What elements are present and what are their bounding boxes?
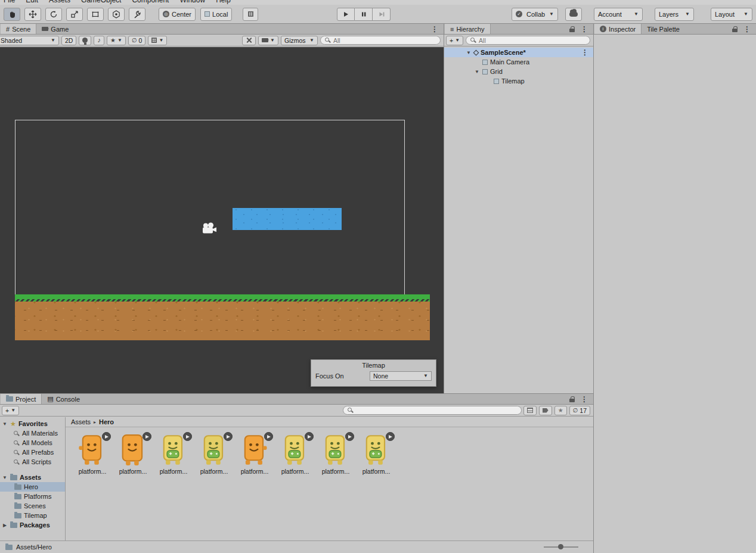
animation-play-badge[interactable] bbox=[102, 432, 111, 441]
expand-triangle-icon[interactable]: ▼ bbox=[2, 421, 8, 427]
animation-play-badge[interactable] bbox=[224, 432, 233, 441]
menu-file[interactable]: File bbox=[4, 0, 15, 4]
scene-search[interactable] bbox=[320, 36, 441, 45]
asset-item[interactable]: platform... bbox=[73, 434, 111, 475]
project-create-dropdown[interactable]: + ▼ bbox=[2, 406, 19, 415]
layout-dropdown[interactable]: Layout ▼ bbox=[711, 8, 752, 21]
scene-lighting-button[interactable] bbox=[79, 36, 91, 45]
custom-tool-button[interactable] bbox=[129, 8, 145, 21]
play-button[interactable] bbox=[337, 8, 355, 21]
hierarchy-item-samplescene[interactable]: ▼ SampleScene* ⋮ bbox=[444, 48, 593, 57]
scene-camera-dropdown[interactable]: ▼ bbox=[258, 36, 278, 45]
assets-root-folder[interactable]: ▼ Assets bbox=[0, 473, 65, 482]
asset-item[interactable]: platform... bbox=[276, 434, 314, 475]
favorite-all-scripts[interactable]: All Scripts bbox=[0, 457, 65, 467]
rect-tool-button[interactable] bbox=[87, 8, 104, 21]
tab-game[interactable]: Game bbox=[36, 24, 74, 34]
snap-toggle-button[interactable] bbox=[243, 8, 258, 21]
scale-tool-button[interactable] bbox=[66, 8, 83, 21]
tab-hierarchy[interactable]: ≡ Hierarchy bbox=[445, 24, 491, 34]
collab-dropdown[interactable]: ✓ Collab ▼ bbox=[512, 8, 558, 21]
hierarchy-search-input[interactable] bbox=[479, 37, 586, 44]
animation-play-badge[interactable] bbox=[183, 432, 192, 441]
asset-item[interactable]: platform... bbox=[317, 434, 355, 475]
tab-tile-palette[interactable]: Tile Palette bbox=[642, 24, 685, 34]
2d-toggle-button[interactable]: 2D bbox=[61, 36, 76, 45]
scene-panel-menu-icon[interactable]: ⋮ bbox=[429, 25, 441, 33]
gizmos-dropdown[interactable]: Gizmos ▼ bbox=[281, 36, 318, 45]
search-by-label-button[interactable] bbox=[539, 406, 552, 415]
hidden-packages-toggle[interactable]: ∅ 17 bbox=[569, 406, 590, 415]
tab-scene[interactable]: # Scene bbox=[1, 24, 36, 34]
scene-viewport[interactable]: Tilemap Focus On None ▼ bbox=[0, 47, 444, 393]
favorite-all-materials[interactable]: All Materials bbox=[0, 428, 65, 438]
cloud-button[interactable] bbox=[565, 8, 582, 21]
hierarchy-search[interactable] bbox=[466, 36, 590, 45]
save-search-button[interactable]: ★ bbox=[554, 406, 567, 415]
scene-search-input[interactable] bbox=[333, 37, 436, 44]
asset-item[interactable]: platform... bbox=[236, 434, 274, 475]
lock-icon[interactable] bbox=[732, 26, 738, 32]
hierarchy-item-tilemap[interactable]: Tilemap bbox=[444, 76, 593, 86]
favorites-root[interactable]: ▼ ★ Favorites bbox=[0, 419, 65, 428]
menu-gameobject[interactable]: GameObject bbox=[81, 0, 121, 4]
scene-effects-dropdown[interactable]: ★ ▼ bbox=[107, 36, 126, 45]
animation-play-badge[interactable] bbox=[305, 432, 314, 441]
account-dropdown[interactable]: Account ▼ bbox=[594, 8, 643, 21]
animation-play-badge[interactable] bbox=[386, 432, 395, 441]
tab-console[interactable]: ▤ Console bbox=[42, 394, 85, 404]
rotate-tool-button[interactable] bbox=[45, 8, 62, 21]
camera-gizmo-icon[interactable] bbox=[200, 222, 217, 235]
project-search[interactable] bbox=[343, 406, 522, 415]
space-toggle-button[interactable]: Local bbox=[200, 8, 232, 21]
blue-platform-sprite[interactable] bbox=[233, 208, 342, 230]
project-menu-icon[interactable]: ⋮ bbox=[578, 395, 590, 403]
transform-tool-button[interactable] bbox=[108, 8, 125, 21]
asset-item[interactable]: platform... bbox=[154, 434, 193, 475]
folder-tilemap[interactable]: Tilemap bbox=[0, 511, 65, 520]
menu-window[interactable]: Window bbox=[179, 0, 205, 4]
hierarchy-create-dropdown[interactable]: + ▼ bbox=[446, 36, 463, 45]
hierarchy-item-main-camera[interactable]: Main Camera bbox=[444, 57, 593, 67]
asset-item[interactable]: platform... bbox=[195, 434, 233, 475]
scene-audio-button[interactable]: ♪ bbox=[94, 36, 104, 45]
project-search-input[interactable] bbox=[356, 407, 518, 414]
pause-button[interactable] bbox=[355, 8, 373, 21]
move-tool-button[interactable] bbox=[24, 8, 41, 21]
folder-scenes[interactable]: Scenes bbox=[0, 501, 65, 511]
packages-root[interactable]: ▶ Packages bbox=[0, 520, 65, 530]
inspector-menu-icon[interactable]: ⋮ bbox=[741, 25, 753, 33]
menu-help[interactable]: Help bbox=[216, 0, 231, 4]
favorite-all-prefabs[interactable]: All Prefabs bbox=[0, 448, 65, 457]
slider-knob[interactable] bbox=[558, 544, 563, 549]
favorite-all-models[interactable]: All Models bbox=[0, 438, 65, 448]
hierarchy-menu-icon[interactable]: ⋮ bbox=[578, 25, 590, 33]
menu-component[interactable]: Component bbox=[132, 0, 169, 4]
expand-triangle-icon[interactable]: ▼ bbox=[2, 475, 8, 480]
grid-visual-dropdown[interactable]: ▼ bbox=[148, 36, 167, 45]
focus-on-dropdown[interactable]: None ▼ bbox=[370, 371, 432, 381]
menu-assets[interactable]: Assets bbox=[49, 0, 70, 4]
layers-dropdown[interactable]: Layers ▼ bbox=[655, 8, 694, 21]
animation-play-badge[interactable] bbox=[142, 432, 151, 441]
scene-options-icon[interactable]: ⋮ bbox=[579, 48, 591, 57]
collapse-triangle-icon[interactable]: ▶ bbox=[2, 523, 8, 528]
hierarchy-item-grid[interactable]: ▼ Grid bbox=[444, 67, 593, 76]
folder-platforms[interactable]: Platforms bbox=[0, 492, 65, 501]
breadcrumb-current[interactable]: Hero bbox=[99, 418, 114, 425]
tab-inspector[interactable]: i Inspector bbox=[594, 24, 642, 34]
lock-icon[interactable] bbox=[569, 26, 575, 32]
expand-triangle-icon[interactable]: ▼ bbox=[474, 69, 480, 74]
asset-item[interactable]: platform... bbox=[114, 434, 152, 475]
shading-mode-dropdown[interactable]: Shaded ▼ bbox=[0, 36, 59, 45]
editor-tools-button[interactable] bbox=[242, 36, 256, 45]
thumbnail-size-slider[interactable] bbox=[544, 546, 578, 548]
hand-tool-button[interactable] bbox=[4, 8, 20, 21]
tab-project[interactable]: Project bbox=[1, 394, 42, 404]
step-button[interactable] bbox=[373, 8, 391, 21]
search-by-type-button[interactable] bbox=[523, 406, 537, 415]
lock-icon[interactable] bbox=[569, 396, 575, 402]
ground-tilemap[interactable] bbox=[15, 294, 430, 340]
pivot-toggle-button[interactable]: ◎ Center bbox=[159, 8, 196, 21]
animation-play-badge[interactable] bbox=[345, 432, 354, 441]
